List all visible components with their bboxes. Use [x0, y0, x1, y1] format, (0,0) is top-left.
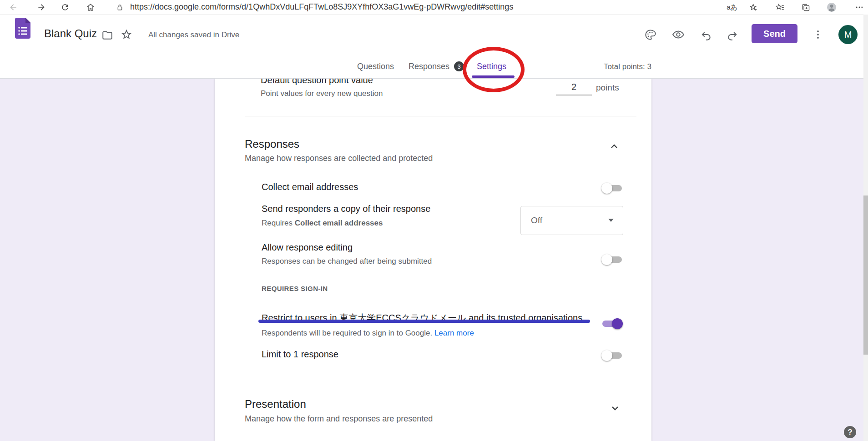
account-avatar[interactable]: M	[838, 25, 858, 44]
move-folder-icon[interactable]	[101, 29, 114, 41]
toggle-thumb	[601, 183, 612, 194]
send-button[interactable]: Send	[752, 24, 797, 43]
collapse-chevron-icon[interactable]	[609, 141, 620, 152]
send-copy-desc-bold: Collect email addresses	[295, 219, 383, 227]
help-icon[interactable]: ?	[844, 426, 856, 438]
points-unit-label: points	[596, 83, 619, 93]
presentation-section-title: Presentation	[245, 398, 306, 411]
presentation-section-desc: Manage how the form and responses are pr…	[245, 414, 433, 424]
toggle-thumb	[612, 318, 623, 329]
send-copy-label: Send responders a copy of their response	[262, 204, 430, 214]
toggle-thumb	[601, 350, 612, 361]
more-menu-icon[interactable]	[854, 2, 865, 13]
settings-card: Default question point value Point value…	[215, 78, 651, 441]
tab-questions[interactable]: Questions	[357, 62, 394, 71]
collect-email-toggle[interactable]	[601, 183, 623, 194]
dropdown-caret-icon	[608, 219, 614, 222]
restrict-users-desc: Respondents will be required to sign in …	[262, 329, 474, 338]
browser-chrome: https://docs.google.com/forms/d/1QwhDxVd…	[0, 0, 868, 15]
red-circle-annotation	[463, 47, 525, 92]
home-icon[interactable]	[85, 2, 96, 13]
expand-chevron-icon[interactable]	[610, 403, 621, 414]
learn-more-link[interactable]: Learn more	[434, 329, 474, 337]
redo-icon[interactable]	[726, 29, 739, 41]
profile-icon[interactable]	[826, 2, 837, 13]
send-copy-desc: Requires Collect email addresses	[262, 219, 383, 228]
preview-eye-icon[interactable]	[672, 28, 685, 41]
toggle-thumb	[601, 254, 612, 265]
default-point-value-desc: Point values for every new question	[261, 89, 383, 98]
app-header: Blank Quiz All changes saved in Drive Se…	[0, 15, 868, 79]
responses-section-desc: Manage how responses are collected and p…	[245, 154, 433, 163]
responses-section-title: Responses	[245, 138, 299, 150]
lock-icon[interactable]	[114, 2, 125, 13]
translate-icon[interactable]: aあ	[727, 2, 737, 13]
saved-status: All changes saved in Drive	[148, 30, 239, 40]
tab-responses[interactable]: Responses	[409, 62, 449, 71]
scrollbar-thumb[interactable]	[863, 195, 868, 355]
undo-icon[interactable]	[700, 29, 712, 41]
restrict-desc-text: Respondents will be required to sign in …	[262, 329, 434, 337]
add-favorite-icon[interactable]	[748, 2, 759, 13]
point-value-input[interactable]: 2	[556, 80, 592, 95]
theme-palette-icon[interactable]	[644, 28, 656, 41]
dropdown-value: Off	[531, 215, 542, 226]
section-divider	[245, 116, 636, 116]
allow-edit-desc: Responses can be changed after being sub…	[262, 257, 432, 266]
blue-underline-annotation	[258, 320, 590, 323]
star-icon[interactable]	[120, 28, 133, 41]
favorites-bar-icon[interactable]	[774, 2, 785, 13]
scrollbar-track[interactable]	[863, 15, 868, 441]
send-copy-desc-prefix: Requires	[262, 219, 295, 227]
refresh-icon[interactable]	[60, 2, 71, 13]
kebab-menu-icon[interactable]	[812, 28, 824, 41]
forward-icon[interactable]	[36, 2, 47, 13]
address-bar[interactable]: https://docs.google.com/forms/d/1QwhDxVd…	[130, 2, 513, 12]
requires-signin-heading: REQUIRES SIGN-IN	[262, 285, 328, 292]
back-icon[interactable]	[8, 2, 19, 13]
section-divider	[245, 379, 636, 379]
allow-edit-label: Allow response editing	[262, 242, 353, 253]
limit-response-label: Limit to 1 response	[262, 349, 338, 360]
page-background: Default question point value Point value…	[0, 78, 868, 441]
collections-icon[interactable]	[800, 2, 811, 13]
total-points: Total points: 3	[582, 62, 651, 71]
forms-logo-icon[interactable]	[15, 18, 30, 39]
limit-response-toggle[interactable]	[601, 350, 623, 361]
collect-email-label: Collect email addresses	[262, 182, 358, 192]
restrict-users-toggle[interactable]	[601, 318, 623, 329]
form-title[interactable]: Blank Quiz	[44, 27, 97, 40]
allow-edit-toggle[interactable]	[601, 254, 623, 265]
send-copy-dropdown[interactable]: Off	[520, 206, 623, 235]
